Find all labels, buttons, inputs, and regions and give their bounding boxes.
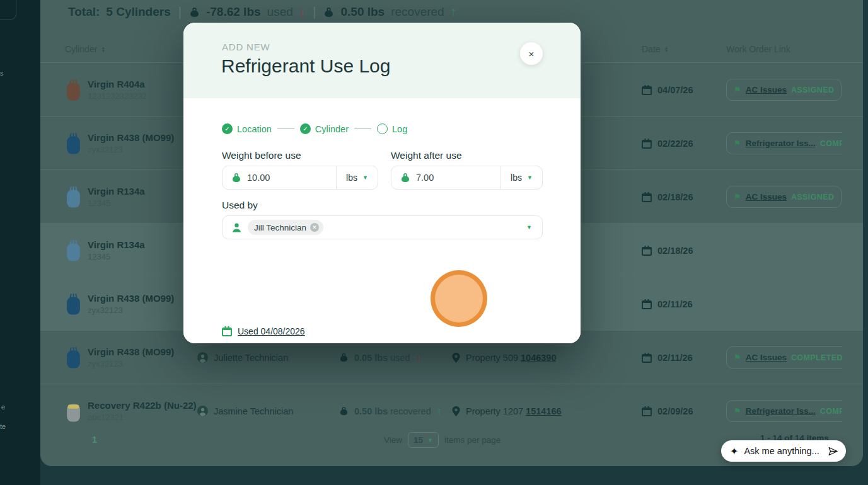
modal-title: Refrigerant Use Log [221,55,390,77]
cylinder-serial: 1231232323232 [88,91,147,101]
remove-chip-icon[interactable]: ✕ [310,223,319,232]
date-cell: 02/11/26 [642,331,693,384]
divider: | [311,5,317,20]
cylinder-name: Recovery R422b (Nu-22) [88,400,197,411]
flag-icon: ⚑ [734,353,741,362]
step-check-icon: ✓ [300,123,311,134]
send-icon[interactable] [828,446,838,457]
work-order-status-badge: ASSIGNED [791,86,835,94]
calendar-icon [642,299,652,309]
modal-header: ADD NEW Refrigerant Use Log × [183,23,581,98]
work-order-pill[interactable]: ⚑ Refrigerator Iss... COMPLETED [726,132,842,154]
sidebar-top-button[interactable] [0,0,16,20]
date-value: 02/09/26 [657,406,693,416]
location-pin-icon [452,406,460,416]
technician-avatar-icon [197,352,208,363]
technician-cell: Jasmine Technician [197,384,293,438]
step-log: Log [377,123,407,134]
total-label: Total: [68,5,100,19]
work-order-pill[interactable]: ⚑ AC Issues ASSIGNED [726,79,842,101]
recovered-suffix: recovered [391,5,444,19]
usage-suffix: used [390,353,410,363]
weight-before-value[interactable]: 10.00 [247,173,270,183]
work-order-pill[interactable]: ⚑ Refrigerator Iss... COMPLETED [726,400,842,422]
flag-icon: ⚑ [734,406,741,416]
items-per-page-label: items per page [444,435,501,445]
ask-anything-input[interactable]: Ask me anything... [744,446,822,456]
cylinder-cell: Virgin R134a 12345 [65,170,145,224]
cylinder-tank-icon [65,79,82,101]
work-order-link[interactable]: AC Issues [746,192,787,202]
work-order-link[interactable]: AC Issues [746,85,787,94]
work-order-link[interactable]: AC Issues [746,353,787,362]
modal-body: ✓ Location ✓ Cylinder Log Weight before … [183,98,581,343]
weight-icon [400,173,410,183]
cylinder-cell: Virgin R438 (MO99) zyx32123 [65,331,174,384]
weight-after-input[interactable]: 7.00 lbs ▼ [391,166,543,190]
weight-after-value[interactable]: 7.00 [416,173,434,183]
step-circle-icon [377,123,388,134]
used-by-label: Used by [222,200,258,211]
sort-icon[interactable]: ▲▼ [101,46,105,52]
property-cell: Property 12071514166 [452,384,562,438]
date-cell: 02/11/26 [642,277,693,331]
usage-value: 0.05 lbs [354,353,388,363]
weight-after-unit-select[interactable]: lbs ▼ [501,166,542,189]
sidebar: s e te [0,0,40,485]
summary-bar: Total: 5 Cylinders | -78.62 lbs used ↓ |… [68,3,456,21]
pagination-page-1[interactable]: 1 [92,435,97,445]
ask-anything-bar[interactable]: ✦ Ask me anything... [721,440,846,462]
cylinder-serial: 12345 [88,252,145,261]
property-link[interactable]: 1514166 [526,406,561,416]
recovered-value: 0.50 lbs [340,5,385,19]
work-order-status-badge: COMPLETED [820,139,842,148]
modal-kicker: ADD NEW [222,42,270,52]
refrigerant-use-log-modal: ADD NEW Refrigerant Use Log × ✓ Location… [183,23,581,343]
step-cylinder: ✓ Cylinder [300,123,349,134]
used-date-link[interactable]: Used 04/08/2026 [238,326,305,336]
arrow-down-icon: ↓ [299,5,306,19]
weight-before-input[interactable]: 10.00 lbs ▼ [222,166,378,190]
date-cell: 04/07/26 [642,63,693,117]
usage-value: 0.50 lbs [354,406,388,416]
work-order-pill[interactable]: ⚑ AC Issues ASSIGNED [726,186,842,208]
column-header-date[interactable]: Date ▲▼ [642,44,669,54]
property-link[interactable]: 1046390 [521,353,556,363]
chevron-down-icon: ▼ [362,174,368,181]
work-order-cell: ⚑ AC Issues COMPLETED [726,331,842,384]
date-value: 02/18/26 [657,192,693,202]
calendar-icon [642,192,652,202]
weight-before-unit-select[interactable]: lbs ▼ [336,166,378,189]
used-by-select[interactable]: Jill Technician ✕ ▼ [222,215,543,239]
stepper: ✓ Location ✓ Cylinder Log [222,123,407,134]
calendar-icon [642,353,652,363]
close-icon: × [529,48,535,59]
cylinder-cell: Virgin R438 (MO99) zyx32123 [65,277,174,331]
work-order-cell: ⚑ Refrigerator Iss... COMPLETED [726,117,842,170]
work-order-link[interactable]: Refrigerator Iss... [746,406,816,416]
cylinder-name: Virgin R134a [88,239,145,250]
usage-suffix: recovered [390,406,431,416]
date-cell: 02/18/26 [642,170,693,224]
cylinder-cell: Virgin R134a 12345 [65,224,145,277]
arrow-up-icon: ↑ [451,5,457,19]
date-value: 04/07/26 [657,85,693,95]
per-page-select[interactable]: 15 ▼ [408,432,439,448]
work-order-status-badge: COMPLETED [791,353,842,362]
weight-icon [231,173,241,183]
sort-icon[interactable]: ▲▼ [664,46,669,52]
work-order-pill[interactable]: ⚑ AC Issues COMPLETED [726,346,842,368]
column-header-cylinder[interactable]: Cylinder ▲▼ [65,44,105,54]
flag-icon: ⚑ [734,85,741,94]
date-cell: 02/18/26 [642,224,693,277]
step-connector [354,128,371,130]
close-button[interactable]: × [520,42,543,65]
work-order-link[interactable]: Refrigerator Iss... [746,139,816,148]
weight-icon [323,7,334,18]
table-row[interactable]: Recovery R422b (Nu-22) abc12321 Jasmine … [40,384,863,438]
cylinder-serial: zyx32123 [88,145,174,154]
property-name: Property 509 [466,353,518,363]
chevron-down-icon: ▼ [526,224,532,231]
weight-icon [339,353,349,362]
date-cell: 02/22/26 [642,117,693,170]
